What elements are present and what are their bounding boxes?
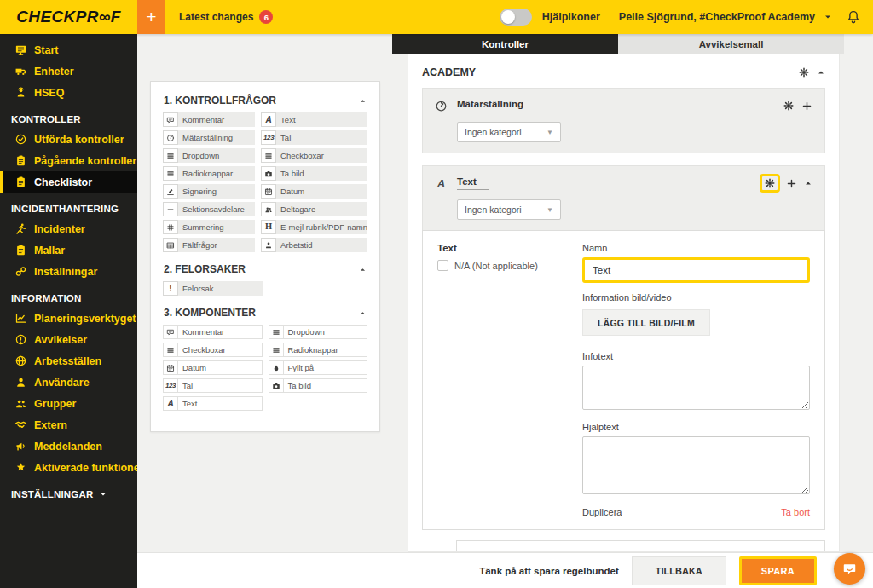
sidebar-item[interactable]: Avvikelser xyxy=(0,329,137,350)
palette-item-label: Checkboxar xyxy=(276,148,367,163)
palette-item[interactable]: Dropdown xyxy=(269,325,368,339)
palette-item-icon xyxy=(166,134,175,142)
sidebar-item[interactable]: HSEQ xyxy=(0,82,137,103)
category-select[interactable]: Ingen kategori ▼ xyxy=(457,122,561,142)
question-add-plus-icon[interactable] xyxy=(786,178,797,189)
sidebar-item[interactable]: Extern xyxy=(0,414,137,435)
collapse-caret-up-icon[interactable] xyxy=(359,97,367,105)
sidebar-item-label: Meddelanden xyxy=(34,441,102,453)
sidebar-item[interactable]: Grupper xyxy=(0,393,137,414)
sidebar-item[interactable]: Enheter xyxy=(0,61,137,82)
group-settings-gear-icon[interactable] xyxy=(798,66,810,78)
sidebar-section-header[interactable]: INSTÄLLNINGAR xyxy=(0,478,137,504)
sidebar-item[interactable]: Start xyxy=(0,39,137,61)
palette-item-label: Summering xyxy=(178,220,255,234)
group-collapse-caret-up-icon[interactable] xyxy=(817,68,825,77)
sidebar-item[interactable]: Användare xyxy=(0,372,137,393)
na-checkbox-row[interactable]: N/A (Not applicable) xyxy=(437,260,567,271)
palette-item[interactable]: Radioknappar xyxy=(269,343,368,357)
palette-item[interactable]: Radioknappar xyxy=(163,166,255,181)
add-media-button[interactable]: LÄGG TILL BILD/FILM xyxy=(582,309,710,336)
palette-item[interactable]: Checkboxar xyxy=(261,148,367,163)
na-label: N/A (Not applicable) xyxy=(454,261,538,271)
tab[interactable]: Avvikelsemall xyxy=(618,34,844,54)
infotext-textarea[interactable] xyxy=(582,366,810,410)
sidebar-item[interactable]: Inställningar xyxy=(0,261,137,282)
palette-item[interactable]: 123 Tal xyxy=(261,130,367,145)
palette-item[interactable]: H E-mejl rubrik/PDF-namn xyxy=(261,220,367,234)
helptext-textarea[interactable] xyxy=(582,436,810,494)
palette-item[interactable]: Ta bild xyxy=(269,378,368,393)
palette-section: 1. KONTROLLFRÅGOR Kommentar xyxy=(163,95,367,252)
question-settings-gear-icon[interactable] xyxy=(783,100,795,112)
palette-item[interactable]: Deltagare xyxy=(261,202,367,216)
tab[interactable]: Kontroller xyxy=(392,34,618,54)
palette-item[interactable]: Dropdown xyxy=(163,148,255,163)
sidebar-item[interactable]: Checklistor xyxy=(0,171,137,193)
sidebar-section-header[interactable]: KONTROLLER xyxy=(0,103,137,129)
back-button[interactable]: TILLBAKA xyxy=(632,556,726,585)
sidebar-section-header[interactable]: INCIDENTHANTERING xyxy=(0,193,137,218)
name-input[interactable] xyxy=(582,257,810,283)
sidebar-item[interactable]: Incidenter xyxy=(0,218,137,239)
remove-link[interactable]: Ta bort xyxy=(781,507,810,517)
duplicate-link[interactable]: Duplicera xyxy=(582,507,622,517)
help-icons-toggle[interactable] xyxy=(500,9,532,26)
palette-item[interactable]: Kommentar xyxy=(163,325,263,339)
question-title[interactable]: Mätarställning xyxy=(457,99,535,112)
palette-item[interactable]: Sektionsavdelare xyxy=(163,202,255,216)
palette-item-label: Mätarställning xyxy=(178,130,255,145)
sidebar-item[interactable]: Planeringsverktyget xyxy=(0,308,137,329)
sidebar-item[interactable]: Mallar xyxy=(0,239,137,261)
sidebar-item-label: Start xyxy=(34,44,58,56)
save-button[interactable]: SPARA xyxy=(739,556,817,585)
user-menu-caret-icon[interactable] xyxy=(824,13,832,21)
sidebar-item[interactable]: Aktiverade funktioner NY xyxy=(0,457,137,478)
palette-item[interactable]: Signering xyxy=(163,184,255,199)
checklist-group-header: ACADEMY xyxy=(422,66,825,78)
palette-item[interactable]: Ta bild xyxy=(261,166,367,181)
palette-item-icon-box xyxy=(269,343,284,357)
na-checkbox[interactable] xyxy=(437,260,448,271)
collapse-caret-up-icon[interactable] xyxy=(359,309,367,317)
palette-item[interactable]: Fältfrågor xyxy=(163,238,255,252)
palette-item[interactable]: Datum xyxy=(163,360,263,375)
palette-item[interactable]: Mätarställning xyxy=(163,130,255,145)
palette-item[interactable]: Kommentar xyxy=(163,112,255,127)
user-menu[interactable]: Pelle Sjögrund, #CheckProof Academy xyxy=(619,11,815,23)
sidebar-item[interactable]: Arbetsställen xyxy=(0,350,137,372)
infotext-label: Infotext xyxy=(582,351,810,361)
collapse-caret-up-icon[interactable] xyxy=(359,266,367,274)
palette-item[interactable]: Checkboxar xyxy=(163,343,263,357)
sidebar-section-header[interactable]: INFORMATION xyxy=(0,282,137,308)
add-button[interactable]: + xyxy=(137,0,165,34)
palette-item-icon xyxy=(166,364,175,372)
palette-item-icon xyxy=(166,328,175,337)
palette-item[interactable]: A Text xyxy=(261,112,367,127)
palette-item[interactable]: Summering xyxy=(163,220,255,234)
select-caret-down-icon: ▼ xyxy=(546,129,553,136)
chat-widget-button[interactable] xyxy=(834,553,865,585)
notifications-bell-icon[interactable] xyxy=(846,9,861,25)
palette-item-icon-box xyxy=(163,325,178,339)
sidebar-item[interactable]: Pågående kontroller xyxy=(0,150,137,171)
palette-item[interactable]: Fyllt på xyxy=(269,360,368,375)
palette-item-icon-box: H xyxy=(261,220,276,234)
latest-changes[interactable]: Latest changes 6 xyxy=(179,10,273,24)
latest-changes-label: Latest changes xyxy=(179,11,253,23)
palette-item[interactable]: A Text xyxy=(163,396,263,411)
question-settings-gear-icon[interactable] xyxy=(764,177,776,189)
question-collapse-caret-up-icon[interactable] xyxy=(804,179,812,187)
palette-item[interactable]: Datum xyxy=(261,184,367,199)
palette-item[interactable]: ! Felorsak xyxy=(163,281,263,296)
sidebar-section: KONTROLLER Utförda kontroller Pågående k… xyxy=(0,103,137,193)
question-palette: 1. KONTROLLFRÅGOR Kommentar xyxy=(150,81,380,432)
question-add-plus-icon[interactable] xyxy=(801,101,812,112)
question-title[interactable]: Text xyxy=(457,176,489,190)
palette-item[interactable]: Arbetstid xyxy=(261,238,367,252)
palette-item-icon-box xyxy=(261,148,276,163)
palette-item[interactable]: 123 Tal xyxy=(163,378,263,393)
sidebar-item[interactable]: Utförda kontroller xyxy=(0,129,137,150)
category-select[interactable]: Ingen kategori ▼ xyxy=(457,199,561,220)
sidebar-item[interactable]: Meddelanden xyxy=(0,435,137,457)
